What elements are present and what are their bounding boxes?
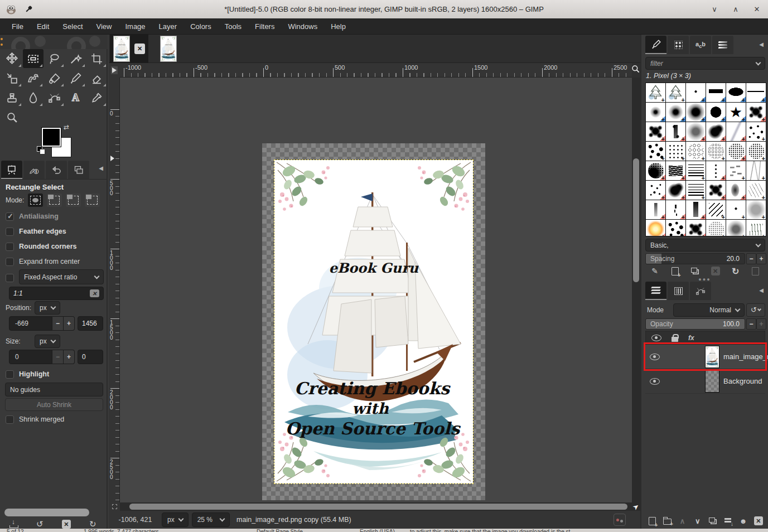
swap-colors-icon[interactable]: ⇄	[64, 124, 71, 132]
opacity-slider[interactable]: Opacity 100.0	[645, 318, 745, 330]
status-corner-widget[interactable]	[614, 514, 626, 526]
layer-row-main-image-r[interactable]: main_image_r	[645, 345, 765, 369]
collapse-brushes-dock-icon[interactable]: ◀	[759, 41, 764, 47]
shrink-merged-checkbox[interactable]: Shrink merged	[6, 414, 64, 424]
fixed-checkbox[interactable]	[6, 273, 14, 283]
edit-brush-icon[interactable]: ✎	[649, 265, 661, 277]
text-tool[interactable]	[65, 88, 86, 107]
opacity-minus-button[interactable]: −	[746, 318, 756, 330]
brush-chunk[interactable]: +	[666, 161, 685, 180]
highlight-checkbox[interactable]: Highlight	[6, 369, 49, 379]
brush-vsmear[interactable]: +	[646, 200, 665, 219]
brush-hlines[interactable]: +	[686, 181, 706, 200]
brush-sketch[interactable]: +	[746, 161, 766, 180]
new-layer-group-icon[interactable]	[661, 515, 673, 526]
collapse-layers-dock-icon[interactable]: ◀	[759, 287, 764, 293]
menu-view[interactable]: View	[90, 20, 118, 33]
brush-splat[interactable]: +	[686, 220, 706, 236]
brush-vsplat[interactable]: +	[666, 122, 685, 141]
menu-select[interactable]: Select	[56, 20, 89, 33]
save-tool-preset-icon[interactable]	[7, 519, 20, 530]
opacity-plus-button[interactable]: +	[756, 318, 766, 330]
brush-splat[interactable]: +	[706, 181, 726, 200]
brush-dots[interactable]: +	[666, 142, 685, 161]
brush-filter-input[interactable]: filter	[645, 57, 765, 70]
vertical-ruler[interactable]: 05001000150020002500	[109, 78, 120, 502]
position-x-minus[interactable]: −	[52, 316, 64, 331]
effects-icon[interactable]: fx	[688, 334, 694, 342]
horizontal-ruler[interactable]: -1000-50005001000150020002500	[120, 63, 632, 78]
menu-image[interactable]: Image	[119, 20, 151, 33]
navigation-button[interactable]: ➤	[632, 502, 640, 511]
mode-replace-button[interactable]	[28, 194, 43, 207]
close-image-icon[interactable]: ✕	[134, 43, 145, 54]
mode-intersect-button[interactable]	[85, 194, 100, 207]
brush-star[interactable]: ★+	[726, 103, 746, 122]
brush-blob[interactable]: +	[666, 181, 685, 200]
blur-sharpen-tool[interactable]	[23, 88, 44, 107]
vertical-scrollbar[interactable]	[632, 78, 640, 502]
layer-visibility-icon[interactable]	[650, 378, 660, 385]
refresh-brushes-icon[interactable]: ↻	[730, 265, 742, 277]
brush-soft1[interactable]: +	[646, 103, 665, 122]
reset-tool-options-icon[interactable]: ↻	[86, 519, 99, 530]
brush-vsmear2[interactable]: +	[686, 200, 706, 219]
delete-layer-icon[interactable]: ✕	[753, 515, 764, 526]
auto-shrink-button[interactable]: Auto Shrink	[5, 398, 103, 411]
rectangle-select-tool[interactable]	[23, 49, 44, 68]
brush-line[interactable]: +	[746, 83, 766, 102]
brush-vdash[interactable]: +	[706, 161, 726, 180]
feather-edges-checkbox[interactable]: Feather edges	[6, 226, 66, 236]
fuzzy-select-tool[interactable]	[65, 49, 86, 68]
lock-icon[interactable]	[672, 337, 678, 342]
delete-tool-preset-icon[interactable]: ✕	[60, 519, 73, 530]
minimize-button[interactable]: ∨	[710, 5, 719, 13]
position-y-field[interactable]: 1456	[78, 316, 103, 331]
warp-transform-tool[interactable]	[23, 69, 44, 88]
maximize-button[interactable]: ∧	[731, 5, 740, 13]
horizontal-scrollbar[interactable]	[120, 502, 632, 511]
size-unit-dropdown[interactable]: px	[35, 335, 60, 348]
bucket-fill-tool[interactable]	[44, 69, 65, 88]
brush-ellipse[interactable]: +	[726, 83, 746, 102]
brush-fuzzy[interactable]: +	[686, 122, 706, 141]
brush-noise2[interactable]: +	[706, 220, 726, 236]
menu-layer[interactable]: Layer	[153, 20, 183, 33]
brush-halftone[interactable]: +	[646, 161, 665, 180]
brush-noise[interactable]: +	[746, 142, 766, 161]
tab-images[interactable]	[68, 161, 89, 179]
brush-marks[interactable]: +	[666, 200, 685, 219]
raise-layer-icon[interactable]: ∧	[677, 515, 688, 526]
blend-space-switch-button[interactable]: ↺	[746, 303, 765, 317]
spacing-plus-button[interactable]: +	[756, 253, 766, 264]
fixed-aspect-dropdown[interactable]: Fixed Aspect ratio	[19, 269, 104, 284]
visibility-header-icon[interactable]	[651, 335, 661, 341]
antialiasing-checkbox[interactable]: Antialiasing	[6, 211, 59, 221]
ruler-zoom-icon[interactable]	[631, 64, 641, 76]
brush-dot[interactable]: +	[686, 83, 706, 102]
position-unit-dropdown[interactable]: px	[35, 301, 60, 315]
brush-tree[interactable]: +	[646, 83, 665, 102]
expand-from-center-checkbox[interactable]: Expand from center	[6, 257, 80, 267]
brush-bar[interactable]: +	[706, 83, 726, 102]
canvas-viewport[interactable]	[120, 78, 632, 502]
paths-tool[interactable]	[44, 88, 65, 107]
restore-tool-preset-icon[interactable]: ↺	[33, 519, 46, 530]
size-w-plus[interactable]: +	[64, 350, 75, 364]
clear-ratio-icon[interactable]: ✕	[90, 289, 99, 297]
free-select-tool[interactable]	[44, 49, 65, 68]
duplicate-layer-icon[interactable]	[707, 515, 718, 526]
brush-cells[interactable]: +	[686, 142, 706, 161]
image-tab-active[interactable]: ✕	[110, 35, 148, 63]
brush-dot[interactable]: +	[726, 200, 746, 219]
tab-paths[interactable]	[690, 282, 711, 300]
crop-tool[interactable]	[86, 49, 107, 68]
merge-down-icon[interactable]	[722, 515, 733, 526]
brush-fuzzy[interactable]: +	[726, 220, 746, 236]
brush-speckle[interactable]: +	[646, 181, 665, 200]
brush-grass[interactable]: +	[746, 220, 766, 236]
guides-dropdown[interactable]: No guides	[5, 383, 103, 396]
color-picker-tool[interactable]	[86, 88, 107, 107]
menu-colors[interactable]: Colors	[184, 20, 218, 33]
tab-tool-options[interactable]	[1, 161, 22, 179]
